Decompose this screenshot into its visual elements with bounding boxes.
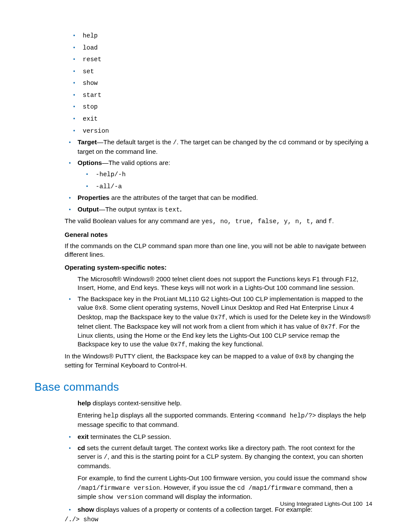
verb: stop xyxy=(83,103,98,110)
code: help xyxy=(103,412,118,419)
cd-item: cd sets the current default target. The … xyxy=(65,444,372,502)
code: 0x7f xyxy=(170,341,185,348)
verb: reset xyxy=(83,56,102,63)
output-item: Output—The output syntax is text. xyxy=(65,205,372,215)
code: -help/-h xyxy=(96,171,126,178)
label: help xyxy=(78,399,91,407)
text: are the attributes of the target that ca… xyxy=(109,194,258,201)
text: For example, to find the current Lights-… xyxy=(78,474,352,482)
verb: help xyxy=(83,32,98,39)
target-item: Target—The default target is the /. The … xyxy=(65,138,372,156)
page-number: 14 xyxy=(366,501,372,507)
verb: start xyxy=(83,92,102,99)
putty-note: In the Windows® PuTTY client, the Backsp… xyxy=(65,352,372,370)
code: 0x8 xyxy=(295,353,306,360)
general-notes-body: If the commands on the CLP command span … xyxy=(65,242,372,259)
label: Properties xyxy=(78,194,109,201)
verb-item: version xyxy=(65,126,372,136)
base-commands-heading: Base commands xyxy=(34,380,372,395)
verb-item: exit xyxy=(65,114,372,124)
help-item: help displays context-sensitive help. En… xyxy=(65,399,372,429)
code: -all/-a xyxy=(96,183,122,190)
text: , and this is the starting point for a C… xyxy=(78,453,363,470)
label: cd xyxy=(78,444,85,451)
os-notes-list: The Microsoft® Windows® 2000 telnet clie… xyxy=(65,275,372,349)
verb-item: load xyxy=(65,43,372,53)
document-body: help load reset set show start stop exit… xyxy=(65,31,372,370)
code: 0x7f xyxy=(211,314,226,321)
code: 0x7f xyxy=(321,324,336,330)
text: Entering xyxy=(78,411,103,419)
verb-item: start xyxy=(65,90,372,100)
verbs-continuation: help load reset set show start stop exit… xyxy=(65,31,372,135)
option-item: -help/-h xyxy=(78,170,372,179)
verb-item: set xyxy=(65,67,372,76)
verb: version xyxy=(83,128,109,134)
text: —The output syntax is xyxy=(99,205,165,213)
text: —The valid options are: xyxy=(102,159,170,166)
label: Target xyxy=(78,138,97,146)
text: command will display the information. xyxy=(143,493,252,500)
footer-text: Using Integrated Lights-Out 100 xyxy=(280,501,362,507)
text: . The target can be changed by the xyxy=(177,138,279,146)
label: show xyxy=(78,506,94,513)
code: f xyxy=(328,218,332,225)
text: displays context-sensitive help. xyxy=(91,399,182,407)
text: —The default target is the xyxy=(97,138,173,146)
os-notes-heading: Operating system-specific notes: xyxy=(65,263,372,272)
text: In the Windows® PuTTY client, the Backsp… xyxy=(65,352,295,360)
text: , making the key functional. xyxy=(185,340,264,348)
code: show version xyxy=(98,494,143,501)
general-notes-heading: General notes xyxy=(65,230,372,239)
text: . xyxy=(332,217,334,224)
code: text xyxy=(165,206,180,213)
verb: exit xyxy=(83,115,98,122)
code: cd /map1/firmware xyxy=(237,485,301,492)
text: and xyxy=(314,217,328,224)
text: The Microsoft® Windows® 2000 telnet clie… xyxy=(78,275,358,291)
show-example: /./> show xyxy=(65,516,372,524)
top-list: help load reset set show start stop exit… xyxy=(65,31,372,214)
options-item: Options—The valid options are: -help/-h … xyxy=(65,159,372,191)
page-footer: Using Integrated Lights-Out 100 14 xyxy=(280,500,372,508)
verb: set xyxy=(83,68,94,75)
dot: . xyxy=(180,205,181,213)
code: / xyxy=(104,454,108,460)
verb-item: show xyxy=(65,78,372,88)
os-note-1: The Microsoft® Windows® 2000 telnet clie… xyxy=(65,275,372,292)
verb-item: help xyxy=(65,31,372,40)
text: . However, if you issue the xyxy=(160,484,237,491)
verb: load xyxy=(83,44,98,51)
label: Output xyxy=(78,205,99,213)
code: yes, no, true, false, y, n, t, xyxy=(202,218,314,225)
verb-item: stop xyxy=(65,102,372,112)
label: exit xyxy=(78,433,89,440)
text: terminates the CLP session. xyxy=(89,433,171,440)
boolean-values: The valid Boolean values for any command… xyxy=(65,217,372,226)
verb-item: reset xyxy=(65,55,372,64)
code: / xyxy=(173,139,177,146)
label: Options xyxy=(78,159,102,166)
properties-item: Properties are the attributes of the tar… xyxy=(65,193,372,202)
os-note-2: The Backspace key in the ProLiant ML110 … xyxy=(65,295,372,349)
code: cd xyxy=(279,139,286,146)
code: <command help/?> xyxy=(256,412,316,419)
exit-item: exit terminates the CLP session. xyxy=(65,432,372,441)
code: 0x8 xyxy=(95,305,106,311)
text: The valid Boolean values for any command… xyxy=(65,217,202,224)
option-item: -all/-a xyxy=(78,182,372,191)
text: displays all the supported commands. Ent… xyxy=(118,411,256,419)
verb: show xyxy=(83,80,98,87)
